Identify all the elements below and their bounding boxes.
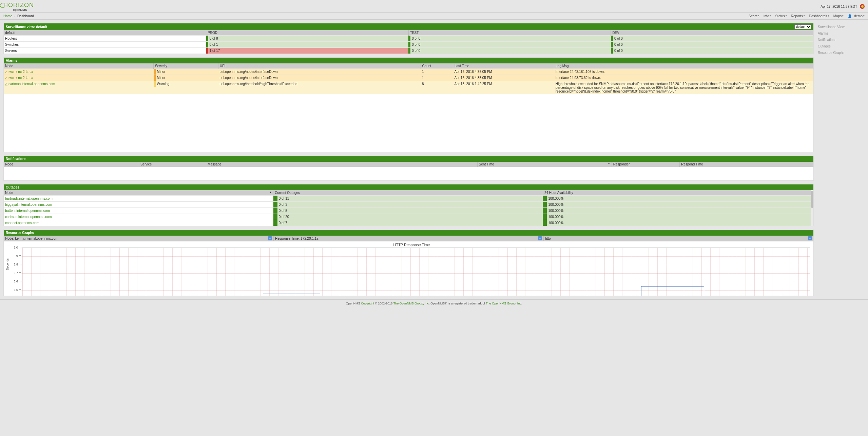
notifications-table: Node Service Message Sent Time▼ Responde… [4, 162, 813, 167]
notif-col-senttime[interactable]: Sent Time▼ [477, 162, 612, 167]
sv-col-test[interactable]: TEST [408, 30, 611, 36]
y-tick: 5.6 m [14, 280, 21, 283]
outages-col-node[interactable]: Node▲ [4, 190, 273, 196]
nav-maps[interactable]: Maps▾ [833, 14, 844, 18]
alarms-col-severity[interactable]: Severity [154, 63, 218, 69]
alarms-title: Alarms [6, 59, 17, 62]
sv-category[interactable]: Switches [4, 42, 206, 48]
sv-cell-prod[interactable]: 0 of 8 [206, 36, 409, 42]
alarm-triangle-icon: △ [5, 70, 7, 74]
alarm-uei: uei.opennms.org/nodes/interfaceDown [218, 69, 421, 75]
outages-title: Outages [6, 185, 19, 189]
alarm-lasttime: Apr 16, 2016 4:35:05 PM [453, 75, 554, 81]
alarms-col-node[interactable]: Node [4, 63, 154, 69]
sv-category[interactable]: Routers [4, 36, 206, 42]
notif-col-respondtime[interactable]: Respond Time [680, 162, 813, 167]
sv-cell-test[interactable]: 0 of 0 [408, 48, 611, 54]
y-axis: 6.0 m5.9 m5.8 m5.7 m5.6 m5.5 m [11, 247, 22, 296]
y-axis-label: Seconds [6, 258, 9, 270]
sidebar-item-alarms[interactable]: Alarms [817, 30, 865, 37]
nav-info[interactable]: Info▾ [764, 14, 771, 18]
surveillance-title: Surveillance view: default [6, 25, 47, 29]
outages-scroll-thumb[interactable] [811, 191, 813, 208]
alarm-row: △twc-rr-nc-2-la-caMinoruei.opennms.org/n… [4, 75, 813, 81]
alarms-col-lasttime[interactable]: Last Time [453, 63, 554, 69]
notification-bell-icon[interactable]: 🔔 [860, 4, 865, 9]
notif-col-responder[interactable]: Responder [612, 162, 679, 167]
alarm-row: △twc-rr-nc-2-la-caMinoruei.opennms.org/n… [4, 69, 813, 75]
outage-node[interactable]: barbrady.internal.opennms.com [4, 196, 273, 202]
alarm-triangle-icon: △ [5, 82, 7, 86]
breadcrumb-current: Dashboard [17, 14, 34, 18]
footer: OpenNMS Copyright © 2002-2016 The OpenNM… [0, 299, 868, 312]
alarm-uei: uei.opennms.org/nodes/interfaceDown [218, 75, 421, 81]
alarm-logmsg: High threshold exceeded for SNMP datasou… [554, 81, 813, 95]
footer-copyright-link[interactable]: Copyright [361, 302, 374, 305]
sv-cell-test[interactable]: 0 of 0 [408, 42, 611, 48]
surveillance-table: default PROD TEST DEV Routers0 of 80 of … [4, 30, 813, 54]
y-tick: 6.0 m [14, 246, 21, 249]
plot-area [22, 247, 810, 296]
alarm-lasttime: Apr 16, 2016 4:35:05 PM [453, 69, 554, 75]
notif-col-service[interactable]: Service [139, 162, 206, 167]
nav-bar: Home / Dashboard Search Info▾ Status▾ Re… [0, 12, 868, 20]
notif-col-node[interactable]: Node [4, 162, 139, 167]
rg-node-selector[interactable]: Node: kenny.internal.opennms.com▾ [4, 236, 274, 241]
rg-resource-selector[interactable]: Response Time: 172.20.1.12▾ [274, 236, 544, 241]
alarm-count: 1 [421, 75, 453, 81]
alarm-node[interactable]: △twc-rr-nc-2-la-ca [4, 69, 154, 75]
right-sidebar: Surveillance View Alarms Notifications O… [817, 23, 865, 56]
alarm-node[interactable]: △cartman.internal.opennms.com [4, 81, 154, 95]
footer-org2-link[interactable]: The OpenNMS Group, Inc. [486, 302, 522, 305]
sv-category[interactable]: Servers [4, 48, 206, 54]
nav-menu: Search Info▾ Status▾ Reports▾ Dashboards… [749, 14, 865, 18]
graph-title: HTTP Response Time [13, 243, 810, 247]
footer-org1-link[interactable]: The OpenNMS Group, Inc. [393, 302, 430, 305]
breadcrumb-home[interactable]: Home [3, 14, 13, 18]
outage-node[interactable]: butters.internal.opennms.com [4, 208, 273, 214]
sv-col-prod[interactable]: PROD [206, 30, 409, 36]
sv-row: Switches0 of 10 of 00 of 0 [4, 42, 813, 48]
outages-col-current[interactable]: Current Outages [273, 190, 543, 196]
sidebar-item-outages[interactable]: Outages [817, 43, 865, 49]
resource-graphs-panel: Resource Graphs Node: kenny.internal.ope… [3, 230, 814, 296]
outage-node[interactable]: biggayal.internal.opennms.com [4, 202, 273, 208]
nav-dashboards[interactable]: Dashboards▾ [809, 14, 829, 18]
nav-search[interactable]: Search [749, 14, 759, 18]
sv-cell-dev[interactable]: 0 of 0 [611, 42, 813, 48]
surveillance-view-selector[interactable]: default [794, 24, 811, 29]
nav-reports[interactable]: Reports▾ [791, 14, 805, 18]
outages-col-avail[interactable]: 24 Hour Availability [543, 190, 813, 196]
notifications-title: Notifications [6, 157, 26, 161]
alarm-node[interactable]: △twc-rr-nc-2-la-ca [4, 75, 154, 81]
outages-table: Node▲ Current Outages 24 Hour Availabili… [4, 190, 813, 226]
outages-panel: Outages Node▲ Current Outages 24 Hour Av… [3, 184, 814, 226]
notif-col-message[interactable]: Message [206, 162, 477, 167]
surveillance-panel: Surveillance view: default default defau… [3, 23, 814, 54]
sidebar-item-resource-graphs[interactable]: Resource Graphs [817, 49, 865, 56]
sv-col-default[interactable]: default [4, 30, 206, 36]
outage-node[interactable]: cartman.internal.opennms.com [4, 214, 273, 220]
outage-node[interactable]: connect.opennms.com [4, 220, 273, 226]
nav-status[interactable]: Status▾ [775, 14, 787, 18]
sv-cell-test[interactable]: 0 of 0 [408, 36, 611, 42]
sv-cell-dev[interactable]: 0 of 0 [611, 48, 813, 54]
alarms-col-count[interactable]: Count [421, 63, 453, 69]
sv-cell-dev[interactable]: 0 of 0 [611, 36, 813, 42]
sort-desc-icon: ▼ [608, 162, 610, 165]
alarm-severity: Warning [154, 81, 218, 95]
rg-metric-selector[interactable]: http▾ [544, 236, 813, 241]
sv-cell-prod[interactable]: 0 of 1 [206, 42, 409, 48]
outages-scrollbar[interactable] [811, 190, 813, 226]
alarm-severity: Minor [154, 75, 218, 81]
alarms-col-uei[interactable]: UEI [218, 63, 421, 69]
sidebar-item-notifications[interactable]: Notifications [817, 37, 865, 43]
sv-cell-prod[interactable]: 1 of 17 [206, 48, 409, 54]
alarms-col-logmsg[interactable]: Log Msg [554, 63, 813, 69]
nav-user[interactable]: 👤 demo▾ [848, 14, 865, 18]
sv-col-dev[interactable]: DEV [611, 30, 813, 36]
outage-row: biggayal.internal.opennms.com0 of 3100.0… [4, 202, 813, 208]
caret-down-icon: ▾ [770, 15, 771, 17]
brand-logo[interactable]: HORIZON openNMS [3, 2, 34, 12]
sidebar-item-surveillance[interactable]: Surveillance View [817, 24, 865, 30]
